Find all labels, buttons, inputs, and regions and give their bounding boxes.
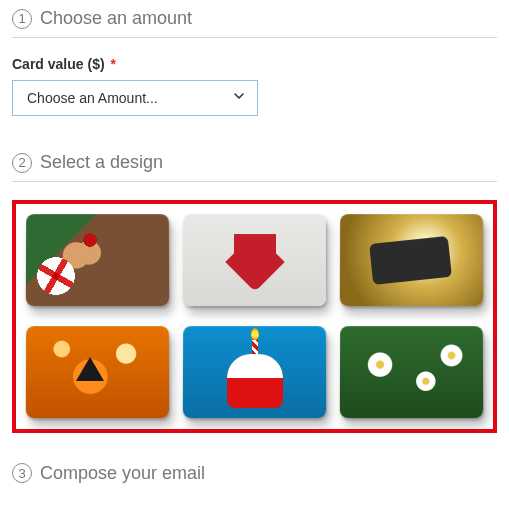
step-1-number: 1 <box>12 9 32 29</box>
card-value-select-value: Choose an Amount... <box>27 90 158 106</box>
designs-highlight-box <box>12 200 497 433</box>
design-card[interactable] <box>26 214 169 306</box>
designs-grid <box>26 214 483 419</box>
required-asterisk: * <box>111 56 116 72</box>
card-value-label: Card value ($) * <box>12 56 497 72</box>
design-card[interactable] <box>340 326 483 418</box>
design-card[interactable] <box>340 214 483 306</box>
candle-icon <box>252 341 258 363</box>
flame-icon <box>251 329 259 341</box>
step-3-title: Compose your email <box>40 463 205 484</box>
step-1-title: Choose an amount <box>40 8 192 29</box>
step-3-number: 3 <box>12 463 32 483</box>
step-3-header: 3 Compose your email <box>12 461 497 492</box>
step-2-number: 2 <box>12 153 32 173</box>
design-card[interactable] <box>183 326 326 418</box>
card-value-select[interactable]: Choose an Amount... <box>12 80 258 116</box>
design-card[interactable] <box>183 214 326 306</box>
card-value-label-text: Card value ($) <box>12 56 105 72</box>
step-2-header: 2 Select a design <box>12 150 497 182</box>
step-2-title: Select a design <box>40 152 163 173</box>
card-value-select-wrap: Choose an Amount... <box>12 80 258 116</box>
design-card[interactable] <box>26 326 169 418</box>
step-1-header: 1 Choose an amount <box>12 6 497 38</box>
